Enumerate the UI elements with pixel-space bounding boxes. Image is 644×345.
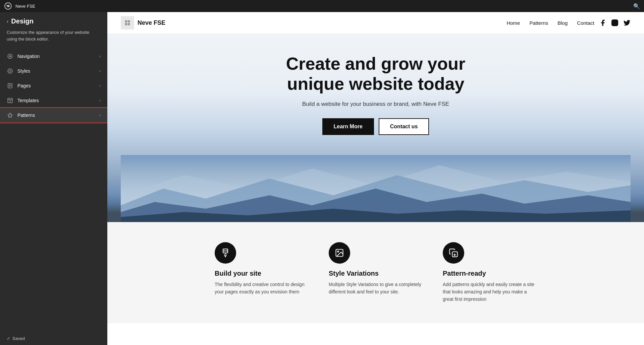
hero-buttons: Learn More Contact us	[322, 118, 429, 135]
svg-point-22	[337, 251, 339, 252]
top-bar: Neve FSE 🔍	[0, 0, 644, 12]
twitter-icon	[623, 19, 631, 26]
build-icon-circle	[215, 242, 236, 264]
svg-point-0	[8, 54, 12, 59]
copy-icon	[449, 248, 458, 258]
nav-link-contact[interactable]: Contact	[577, 20, 594, 26]
navigation-icon	[7, 53, 13, 60]
mountain-illustration	[121, 155, 631, 222]
sidebar-item-templates-label: Templates	[17, 98, 99, 103]
hero-section: Create and grow your unique website toda…	[107, 34, 644, 222]
feature-pattern: Pattern-ready Add patterns quickly and e…	[443, 242, 537, 303]
sidebar-navigation: Navigation › Styles › Pages ›	[0, 49, 107, 123]
sidebar-header: ‹ Design	[0, 12, 107, 28]
chevron-right-icon: ›	[99, 83, 101, 88]
sidebar: ‹ Design Customize the appearance of you…	[0, 12, 107, 345]
sidebar-description: Customize the appearance of your website…	[0, 28, 107, 49]
saved-label: Saved	[12, 336, 25, 341]
sidebar-item-templates[interactable]: Templates ›	[0, 93, 107, 108]
app-title: Neve FSE	[15, 4, 35, 9]
preview-area: Neve FSE Home Patterns Blog Contact	[107, 12, 644, 345]
svg-point-1	[9, 56, 11, 57]
templates-icon	[7, 97, 13, 104]
sidebar-title: Design	[11, 17, 34, 25]
svg-rect-10	[125, 20, 127, 23]
svg-rect-12	[125, 23, 127, 25]
hero-title: Create and grow your unique website toda…	[258, 54, 493, 94]
feature-pattern-title: Pattern-ready	[443, 270, 537, 277]
chevron-right-icon: ›	[99, 54, 101, 59]
svg-rect-13	[128, 23, 130, 25]
main-layout: ‹ Design Customize the appearance of you…	[0, 12, 644, 345]
sidebar-item-styles[interactable]: Styles ›	[0, 64, 107, 78]
sidebar-item-pages[interactable]: Pages ›	[0, 78, 107, 93]
preview-header: Neve FSE Home Patterns Blog Contact	[107, 12, 644, 34]
patterns-icon	[7, 112, 13, 119]
pages-icon	[7, 82, 13, 89]
style-icon-circle	[329, 242, 350, 264]
sidebar-item-patterns[interactable]: Patterns ›	[0, 108, 107, 123]
pattern-icon-circle	[443, 242, 464, 264]
styles-icon	[7, 68, 13, 74]
feature-pattern-desc: Add patterns quickly and easily create a…	[443, 281, 537, 303]
nav-link-blog[interactable]: Blog	[557, 20, 568, 26]
preview-nav-links: Home Patterns Blog Contact	[506, 20, 594, 26]
sidebar-item-patterns-label: Patterns	[17, 113, 99, 118]
image-icon	[335, 248, 344, 258]
logo-square	[121, 16, 134, 29]
preview-site-name: Neve FSE	[138, 19, 165, 26]
wordpress-logo	[4, 2, 12, 10]
chevron-right-icon: ›	[99, 98, 101, 103]
social-icons	[599, 19, 631, 26]
chevron-right-icon: ›	[99, 113, 101, 118]
back-arrow-icon[interactable]: ‹	[7, 18, 8, 24]
chevron-right-icon: ›	[99, 69, 101, 73]
preview-logo: Neve FSE	[121, 16, 165, 29]
nav-link-patterns[interactable]: Patterns	[529, 20, 548, 26]
website-preview: Neve FSE Home Patterns Blog Contact	[107, 12, 644, 345]
facebook-icon	[599, 19, 606, 26]
feature-style-desc: Multiple Style Variations to give a comp…	[329, 281, 423, 296]
hero-subtitle: Build a website for your business or bra…	[302, 101, 449, 108]
feature-style: Style Variations Multiple Style Variatio…	[329, 242, 423, 303]
sidebar-item-styles-label: Styles	[17, 68, 99, 74]
feature-style-title: Style Variations	[329, 270, 423, 277]
learn-more-button[interactable]: Learn More	[322, 118, 374, 135]
svg-rect-11	[128, 20, 130, 23]
feature-build-desc: The flexibility and creative control to …	[215, 281, 309, 296]
search-icon[interactable]: 🔍	[633, 3, 640, 9]
instagram-icon	[611, 19, 619, 26]
features-section: Build your site The flexibility and crea…	[107, 222, 644, 323]
sidebar-item-navigation-label: Navigation	[17, 54, 99, 59]
sidebar-item-navigation[interactable]: Navigation ›	[0, 49, 107, 64]
feature-build-title: Build your site	[215, 270, 309, 277]
lightning-icon	[221, 248, 230, 258]
saved-check-icon: ✓	[7, 336, 10, 341]
sidebar-footer: ✓ Saved	[0, 332, 107, 345]
contact-us-button[interactable]: Contact us	[379, 118, 429, 135]
nav-link-home[interactable]: Home	[506, 20, 520, 26]
sidebar-item-pages-label: Pages	[17, 83, 99, 88]
feature-build: Build your site The flexibility and crea…	[215, 242, 309, 303]
